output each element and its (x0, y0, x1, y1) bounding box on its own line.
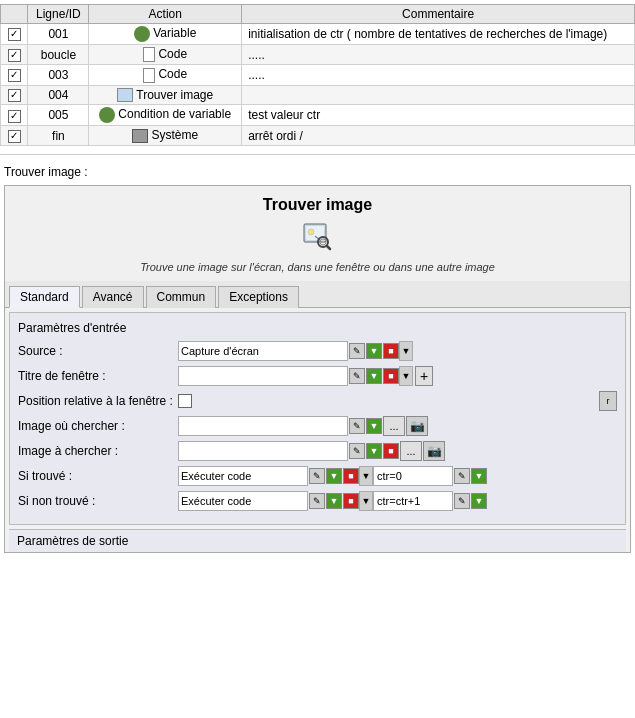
img-chercher-edit-icon[interactable]: ✎ (349, 418, 365, 434)
titre-fenetre-label: Titre de fenêtre : (18, 369, 178, 383)
si-trouve-select[interactable]: Exécuter code (178, 466, 308, 486)
source-down-icon[interactable]: ▼ (366, 343, 382, 359)
row-comment (242, 85, 635, 105)
img-a-chercher-down-icon[interactable]: ▼ (366, 443, 382, 459)
row-id: 003 (28, 65, 89, 85)
table-row: boucleCode..... (1, 45, 635, 65)
tab-exceptions[interactable]: Exceptions (218, 286, 299, 308)
dialog-tabs: Standard Avancé Commun Exceptions (5, 281, 630, 308)
dialog-title: Trouver image (5, 186, 630, 216)
si-trouve-down-icon[interactable]: ▼ (326, 468, 342, 484)
source-dropdown-arrow[interactable]: ▼ (399, 341, 413, 361)
image-chercher-controls: ✎ ▼ ... 📷 (178, 416, 617, 436)
section-footer: Paramètres de sortie (9, 529, 626, 552)
dialog-title-text: Trouver image (5, 196, 630, 214)
source-edit-icon[interactable]: ✎ (349, 343, 365, 359)
si-trouve-code-edit-icon[interactable]: ✎ (454, 468, 470, 484)
row-id: 004 (28, 85, 89, 105)
form-section-title: Paramètres d'entrée (18, 321, 617, 335)
titre-down-icon[interactable]: ▼ (366, 368, 382, 384)
row-action: Trouver image (89, 85, 242, 105)
row-id: fin (28, 126, 89, 146)
row-action-icon (143, 47, 155, 62)
si-non-trouve-edit-icon[interactable]: ✎ (309, 493, 325, 509)
col-ligne-id: Ligne/ID (28, 5, 89, 24)
source-red-icon[interactable]: ■ (383, 343, 399, 359)
table-row: 004Trouver image (1, 85, 635, 105)
row-action: Variable (89, 24, 242, 45)
svg-point-2 (308, 229, 314, 235)
action-table: Ligne/ID Action Commentaire 001Variablei… (0, 4, 635, 146)
img-chercher-ellipsis-btn[interactable]: ... (383, 416, 405, 436)
row-action: Code (89, 45, 242, 65)
row-checkbox[interactable] (8, 49, 21, 62)
si-trouve-dropdown-arrow[interactable]: ▼ (359, 466, 373, 486)
description-text: Trouver image : (0, 155, 635, 185)
source-controls: Capture d'écran Fenêtre Image ✎ ▼ ■ ▼ (178, 341, 617, 361)
si-non-trouve-dropdown-arrow[interactable]: ▼ (359, 491, 373, 511)
image-a-chercher-input[interactable] (178, 441, 348, 461)
row-id: 001 (28, 24, 89, 45)
si-trouve-red-icon[interactable]: ■ (343, 468, 359, 484)
svg-line-4 (327, 246, 330, 249)
img-a-chercher-edit-icon[interactable]: ✎ (349, 443, 365, 459)
img-a-chercher-ellipsis-btn[interactable]: ... (400, 441, 422, 461)
si-non-trouve-code-edit-icon[interactable]: ✎ (454, 493, 470, 509)
row-action: Condition de variable (89, 105, 242, 126)
img-chercher-camera-btn[interactable]: 📷 (406, 416, 428, 436)
titre-fenetre-input[interactable] (178, 366, 348, 386)
row-checkbox-cell (1, 65, 28, 85)
position-relative-checkbox[interactable] (178, 394, 192, 408)
col-commentaire: Commentaire (242, 5, 635, 24)
si-trouve-row: Si trouvé : Exécuter code ✎ ▼ ■ ▼ ✎ ▼ (18, 466, 617, 486)
row-id: boucle (28, 45, 89, 65)
si-trouve-code-input[interactable] (373, 466, 453, 486)
titre-dropdown-arrow[interactable]: ▼ (399, 366, 413, 386)
si-non-trouve-select[interactable]: Exécuter code (178, 491, 308, 511)
si-non-trouve-red-icon[interactable]: ■ (343, 493, 359, 509)
row-checkbox[interactable] (8, 28, 21, 41)
dialog-box: Trouver image Trouve une image sur l'écr… (4, 185, 631, 553)
row-checkbox-cell (1, 126, 28, 146)
img-a-chercher-red-icon[interactable]: ■ (383, 443, 399, 459)
form-area: Paramètres d'entrée Source : Capture d'é… (9, 312, 626, 525)
tab-commun[interactable]: Commun (146, 286, 217, 308)
image-a-chercher-label: Image à chercher : (18, 444, 178, 458)
si-non-trouve-label: Si non trouvé : (18, 494, 178, 508)
row-checkbox[interactable] (8, 130, 21, 143)
row-checkbox-cell (1, 45, 28, 65)
titre-red-icon[interactable]: ■ (383, 368, 399, 384)
image-chercher-input[interactable] (178, 416, 348, 436)
si-non-trouve-down-icon[interactable]: ▼ (326, 493, 342, 509)
row-checkbox[interactable] (8, 110, 21, 123)
image-chercher-label: Image où chercher : (18, 419, 178, 433)
titre-edit-icon[interactable]: ✎ (349, 368, 365, 384)
titre-plus-btn[interactable]: + (415, 366, 433, 386)
col-checkbox (1, 5, 28, 24)
row-action: Système (89, 126, 242, 146)
find-image-icon (302, 220, 334, 252)
row-action-icon (132, 129, 148, 143)
si-non-trouve-code-down-icon[interactable]: ▼ (471, 493, 487, 509)
si-trouve-label: Si trouvé : (18, 469, 178, 483)
row-comment: ..... (242, 65, 635, 85)
position-edit-btn[interactable]: r (599, 391, 617, 411)
si-trouve-edit-icon[interactable]: ✎ (309, 468, 325, 484)
tab-standard[interactable]: Standard (9, 286, 80, 308)
si-trouve-code-down-icon[interactable]: ▼ (471, 468, 487, 484)
si-non-trouve-code-input[interactable] (373, 491, 453, 511)
dialog-icon-area (5, 216, 630, 259)
si-non-trouve-controls: Exécuter code ✎ ▼ ■ ▼ ✎ ▼ (178, 491, 617, 511)
img-a-chercher-camera-btn[interactable]: 📷 (423, 441, 445, 461)
row-checkbox-cell (1, 105, 28, 126)
img-chercher-down-icon[interactable]: ▼ (366, 418, 382, 434)
row-checkbox[interactable] (8, 89, 21, 102)
row-action-text: Trouver image (136, 88, 213, 102)
row-action-icon (134, 26, 150, 42)
source-label: Source : (18, 344, 178, 358)
row-id: 005 (28, 105, 89, 126)
tab-avance[interactable]: Avancé (82, 286, 144, 308)
source-select[interactable]: Capture d'écran Fenêtre Image (178, 341, 348, 361)
row-checkbox[interactable] (8, 69, 21, 82)
table-row: 003Code..... (1, 65, 635, 85)
